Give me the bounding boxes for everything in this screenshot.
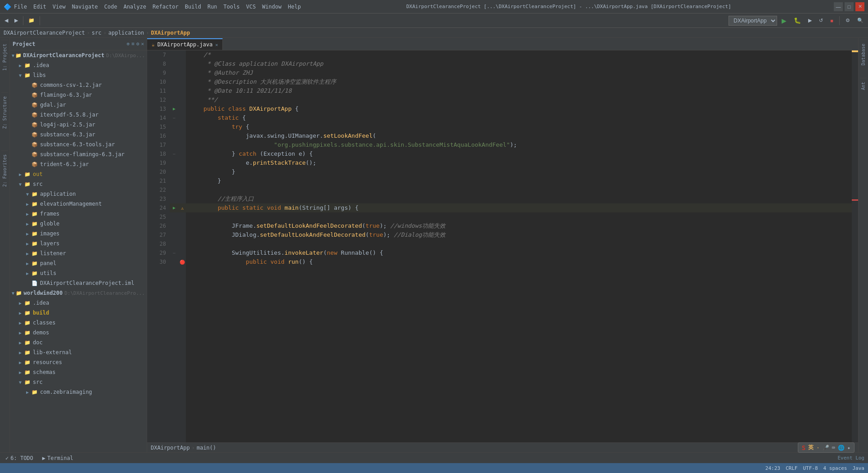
right-tab-database[interactable]: Database bbox=[860, 40, 867, 69]
status-line-ending[interactable]: CRLF bbox=[786, 465, 798, 471]
tree-item-flamingo[interactable]: 📦 flamingo-6.3.jar bbox=[10, 90, 147, 100]
sidebar-tab-favorites[interactable]: 2: Favorites bbox=[1, 150, 8, 190]
tree-item-substance[interactable]: 📦 substance-6.3.jar bbox=[10, 130, 147, 140]
coverage-button[interactable]: ▶ bbox=[805, 15, 814, 26]
menu-analyze[interactable]: Analyze bbox=[121, 3, 149, 11]
menu-view[interactable]: View bbox=[50, 3, 68, 11]
tree-item-iml[interactable]: 📄 DXAirportClearanceProject.iml bbox=[10, 278, 147, 288]
tree-item-panel[interactable]: ▶ 📁 panel bbox=[10, 258, 147, 268]
tree-item-substance-flamingo[interactable]: 📦 substance-flamingo-6.3.jar bbox=[10, 149, 147, 159]
tree-item-idea-1[interactable]: ▶ 📁 .idea bbox=[10, 60, 147, 70]
tree-item-zebraimaging[interactable]: ▶ 📁 com.zebraimaging bbox=[10, 387, 147, 397]
tree-item-frames[interactable]: ▶ 📁 frames bbox=[10, 209, 147, 219]
scroll-to-icon[interactable]: ⊕ bbox=[127, 41, 130, 47]
tree-root-project[interactable]: ▼ 📁 DXAirportClearanceProject D:\DXAirpo… bbox=[10, 50, 147, 60]
tree-item-resources[interactable]: ▶ 📁 resources bbox=[10, 357, 147, 367]
menu-edit[interactable]: Edit bbox=[31, 3, 49, 11]
breadcrumb-item-4[interactable]: DXAirportApp bbox=[151, 30, 190, 36]
bottom-tab-todo[interactable]: ✓ 6: TODO bbox=[4, 454, 35, 462]
breadcrumb-sep-2: › bbox=[103, 30, 107, 36]
code-line-25 bbox=[186, 212, 852, 221]
tree-item-gdal[interactable]: 📦 gdal.jar bbox=[10, 100, 147, 110]
run-button[interactable]: ▶ bbox=[779, 15, 789, 26]
tree-item-globle[interactable]: ▶ 📁 globle bbox=[10, 219, 147, 229]
event-log-link[interactable]: Event Log bbox=[837, 455, 864, 461]
search-everywhere-button[interactable]: 🔍 bbox=[855, 15, 866, 26]
status-indent[interactable]: 4 spaces bbox=[823, 465, 847, 471]
tree-item-layers[interactable]: ▶ 📁 layers bbox=[10, 239, 147, 248]
tree-item-src-2[interactable]: ▼ 📁 src bbox=[10, 377, 147, 387]
tree-item-application[interactable]: ▼ 📁 application bbox=[10, 189, 147, 199]
tree-item-worldwind[interactable]: ▼ 📁 worldwind200 D:\DXAirportClearancePr… bbox=[10, 288, 147, 298]
tree-item-demos[interactable]: ▶ 📁 demos bbox=[10, 328, 147, 338]
tree-item-idea-2[interactable]: ▶ 📁 .idea bbox=[10, 298, 147, 308]
run-config-selector[interactable]: DXAirportApp bbox=[729, 16, 777, 26]
settings-icon[interactable]: ⚙ bbox=[136, 41, 139, 47]
gutter-17 bbox=[170, 140, 179, 149]
editor-tab-dxairportapp[interactable]: ☕ DXAirportApp.java ✕ bbox=[147, 38, 223, 50]
menu-code[interactable]: Code bbox=[102, 3, 120, 11]
editor-breadcrumb-item-1[interactable]: DXAirportApp bbox=[151, 445, 190, 451]
bottom-tab-terminal[interactable]: ▶ Terminal bbox=[40, 454, 75, 462]
tree-item-listener[interactable]: ▶ 📁 listener bbox=[10, 248, 147, 258]
tree-item-images[interactable]: ▶ 📁 images bbox=[10, 229, 147, 239]
breadcrumb-item-3[interactable]: application bbox=[108, 30, 144, 36]
breakpoint-line-30[interactable]: 🔴 bbox=[179, 257, 186, 266]
gutter-19 bbox=[170, 158, 179, 167]
tab-close-button[interactable]: ✕ bbox=[215, 42, 218, 47]
tree-item-log4j[interactable]: 📦 log4j-api-2.5.jar bbox=[10, 120, 147, 130]
gutter-24[interactable]: ▶ bbox=[170, 203, 179, 212]
tree-item-utils[interactable]: ▶ 📁 utils bbox=[10, 268, 147, 278]
code-content[interactable]: /* * @Class application DXAirportApp * @… bbox=[186, 50, 852, 442]
tree-item-elevation[interactable]: ▶ 📁 elevationManagement bbox=[10, 199, 147, 209]
menu-build[interactable]: Build bbox=[182, 3, 204, 11]
breadcrumb-item-1[interactable]: DXAirportClearanceProject bbox=[4, 30, 85, 36]
menu-run[interactable]: Run bbox=[205, 3, 220, 11]
tree-item-itextpdf[interactable]: 📦 itextpdf-5.5.8.jar bbox=[10, 110, 147, 120]
toolbar-forward-button[interactable]: ▶ bbox=[12, 15, 21, 26]
minimize-button[interactable]: — bbox=[834, 2, 843, 11]
menu-refactor[interactable]: Refactor bbox=[150, 3, 181, 11]
tree-item-src[interactable]: ▼ 📁 src bbox=[10, 179, 147, 189]
stop-button[interactable]: ■ bbox=[828, 15, 836, 26]
sdk-button[interactable]: ⚙ bbox=[843, 15, 853, 26]
sougou-input-bar[interactable]: S 英 · 🎤 ⌨ 🌐 ✦ bbox=[798, 442, 855, 453]
code-line-16: javax.swing.UIManager.setLookAndFeel( bbox=[186, 131, 852, 140]
tree-item-substance-tools[interactable]: 📦 substance-6.3-tools.jar bbox=[10, 140, 147, 149]
gutter-16 bbox=[170, 131, 179, 140]
close-panel-icon[interactable]: ✕ bbox=[141, 41, 144, 47]
breadcrumb-item-2[interactable]: src bbox=[92, 30, 102, 36]
tree-item-commons-csv[interactable]: 📦 commons-csv-1.2.jar bbox=[10, 80, 147, 90]
gutter-13[interactable]: ▶ bbox=[170, 104, 179, 113]
tree-item-classes[interactable]: ▶ 📁 classes bbox=[10, 318, 147, 328]
toolbar-project-button[interactable]: 📁 bbox=[26, 15, 37, 26]
menu-file[interactable]: File bbox=[11, 3, 30, 11]
menu-navigate[interactable]: Navigate bbox=[69, 3, 101, 11]
tree-item-libs[interactable]: ▼ 📁 libs bbox=[10, 70, 147, 80]
tree-item-lib-external[interactable]: ▶ 📁 lib-external bbox=[10, 347, 147, 357]
gutter-9 bbox=[170, 68, 179, 77]
tree-item-trident[interactable]: 📦 trident-6.3.jar bbox=[10, 159, 147, 169]
menu-window[interactable]: Window bbox=[259, 3, 284, 11]
close-button[interactable]: ✕ bbox=[855, 2, 864, 11]
window-title: DXAirportClearanceProject [...\DXAirport… bbox=[304, 4, 834, 9]
maximize-button[interactable]: □ bbox=[845, 2, 854, 11]
editor-breadcrumb-item-2[interactable]: main() bbox=[197, 445, 216, 451]
profile-button[interactable]: ↺ bbox=[816, 15, 826, 26]
menu-tools[interactable]: Tools bbox=[221, 3, 243, 11]
debug-button[interactable]: 🐛 bbox=[791, 15, 804, 26]
sidebar-tab-structure[interactable]: Z: Structure bbox=[1, 92, 8, 132]
tree-item-schemas[interactable]: ▶ 📁 schemas bbox=[10, 367, 147, 377]
collapse-icon[interactable]: ≡ bbox=[131, 41, 135, 47]
tree-item-build[interactable]: ▶ 📁 build bbox=[10, 308, 147, 318]
menu-help[interactable]: Help bbox=[285, 3, 304, 11]
tree-item-doc[interactable]: ▶ 📁 doc bbox=[10, 338, 147, 347]
menu-vcs[interactable]: VCS bbox=[243, 3, 259, 11]
warn-line-24: ⚠ bbox=[179, 203, 186, 212]
sidebar-tab-project[interactable]: 1: Project bbox=[1, 40, 8, 74]
tree-item-out[interactable]: ▶ 📁 out bbox=[10, 169, 147, 179]
code-line-20: } bbox=[186, 167, 852, 176]
right-tab-ant[interactable]: Ant bbox=[860, 78, 867, 94]
status-encoding[interactable]: UTF-8 bbox=[803, 465, 818, 471]
toolbar-back-button[interactable]: ◀ bbox=[2, 15, 11, 26]
